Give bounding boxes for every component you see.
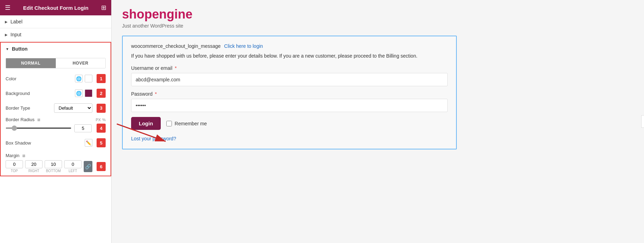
label-section[interactable]: ▶ Label — [0, 15, 111, 28]
margin-row: Margin 🖥 TOP RIGHT BOTTOM — [1, 150, 111, 176]
password-label: Password * — [131, 91, 448, 97]
monitor-icon: 🖥 — [37, 118, 40, 122]
button-section-label: Button — [12, 46, 28, 52]
label-section-label: Label — [10, 19, 22, 24]
pencil-icon[interactable]: ✏️ — [85, 139, 92, 147]
margin-inputs: TOP RIGHT BOTTOM LEFT 🔗 6 — [6, 160, 106, 173]
globe-icon-bg[interactable]: 🌐 — [75, 89, 83, 97]
border-radius-label: Border Radius 🖥 — [6, 117, 40, 122]
login-description: If you have shopped with us before, plea… — [131, 52, 448, 60]
unit-px[interactable]: PX — [96, 118, 101, 122]
button-section-header[interactable]: ▼ Button — [1, 43, 111, 55]
grid-icon[interactable]: ⊞ — [101, 4, 106, 12]
site-title: shopengine — [122, 7, 634, 22]
chevron-right-icon: ▶ — [5, 20, 8, 24]
remember-label: Remember me — [175, 121, 207, 126]
margin-label-row: Margin 🖥 — [6, 153, 106, 158]
step-badge-3: 3 — [97, 104, 106, 113]
login-message-text: woocommerce_checkout_login_message — [131, 43, 221, 49]
globe-icon-color[interactable]: 🌐 — [75, 75, 83, 82]
margin-left-input[interactable] — [64, 160, 82, 168]
right-panel: ‹ shopengine Just another WordPress site… — [112, 0, 644, 243]
margin-top-label: TOP — [11, 169, 18, 173]
margin-monitor-icon: 🖥 — [22, 154, 25, 158]
box-shadow-right: ✏️ 5 — [85, 138, 106, 147]
margin-top-field: TOP — [6, 160, 23, 173]
border-type-right: Default Solid Dashed Dotted 3 — [54, 103, 106, 113]
background-color-swatch[interactable] — [85, 89, 92, 97]
border-radius-row: Border Radius 🖥 PX % 4 — [1, 116, 111, 135]
margin-left-label: LEFT — [69, 169, 77, 173]
hamburger-icon[interactable]: ☰ — [5, 4, 10, 12]
left-panel: ☰ Edit Checkout Form Login ⊞ ▶ Label ▶ I… — [0, 0, 112, 243]
step-badge-5: 5 — [97, 138, 106, 147]
color-swatch-empty[interactable] — [85, 75, 92, 82]
chevron-right-icon-2: ▶ — [5, 33, 8, 37]
panel-content: ▶ Label ▶ Input ▼ Button NORMAL HOVER Co… — [0, 15, 111, 243]
margin-left-field: LEFT — [64, 160, 82, 173]
lost-password-link[interactable]: Lost your password? — [131, 136, 176, 141]
margin-label: Margin — [6, 153, 20, 158]
background-right: 🌐 2 — [75, 89, 106, 98]
style-tab-row: NORMAL HOVER — [6, 58, 106, 68]
margin-top-input[interactable] — [6, 160, 23, 168]
slider-input-row: 4 — [6, 124, 106, 133]
link-button[interactable]: 🔗 — [84, 161, 92, 172]
input-section[interactable]: ▶ Input — [0, 28, 111, 41]
margin-right-label: RIGHT — [28, 169, 39, 173]
remember-group: Remember me — [166, 121, 207, 126]
step-badge-6: 6 — [97, 162, 106, 171]
login-button[interactable]: Login — [131, 117, 161, 130]
panel-title: Edit Checkout Form Login — [23, 5, 89, 11]
box-shadow-label: Box Shadow — [6, 140, 85, 146]
password-required-star: * — [155, 91, 157, 97]
password-group: Password * — [131, 91, 448, 112]
border-radius-header: Border Radius 🖥 PX % — [6, 117, 106, 122]
step-badge-4: 4 — [97, 124, 106, 133]
unit-controls: PX % — [96, 118, 106, 122]
step-badge-1: 1 — [97, 74, 106, 83]
button-section: ▼ Button NORMAL HOVER Color 🌐 1 Backgrou… — [0, 42, 111, 176]
step-badge-2: 2 — [97, 89, 106, 98]
background-control-row: Background 🌐 2 — [1, 86, 111, 101]
margin-right-input[interactable] — [25, 160, 43, 168]
tab-normal[interactable]: NORMAL — [6, 58, 56, 68]
border-type-label: Border Type — [6, 105, 54, 111]
input-section-label: Input — [10, 32, 21, 37]
login-message-row: woocommerce_checkout_login_message Click… — [131, 43, 448, 49]
background-label: Background — [6, 91, 75, 96]
color-label: Color — [6, 76, 75, 81]
username-group: Username or email * — [131, 65, 448, 86]
click-here-login-link[interactable]: Click here to login — [224, 43, 263, 49]
tab-hover[interactable]: HOVER — [56, 58, 106, 68]
login-actions: Login Remember me — [131, 117, 448, 130]
border-radius-slider[interactable] — [6, 127, 71, 129]
border-type-select[interactable]: Default Solid Dashed Dotted — [54, 103, 92, 113]
chevron-down-icon: ▼ — [6, 47, 9, 51]
username-required-star: * — [175, 65, 176, 71]
color-control-row: Color 🌐 1 — [1, 71, 111, 86]
margin-bottom-label: BOTTOM — [46, 169, 61, 173]
border-radius-input[interactable] — [74, 124, 92, 132]
login-box: woocommerce_checkout_login_message Click… — [122, 36, 457, 149]
box-shadow-control-row: Box Shadow ✏️ 5 — [1, 135, 111, 150]
margin-bottom-input[interactable] — [45, 160, 62, 168]
margin-bottom-field: BOTTOM — [45, 160, 62, 173]
margin-right-field: RIGHT — [25, 160, 43, 173]
username-label: Username or email * — [131, 65, 448, 71]
collapse-panel-button[interactable]: ‹ — [641, 115, 644, 128]
password-input[interactable] — [131, 99, 448, 112]
color-right: 🌐 1 — [75, 74, 106, 83]
unit-percent[interactable]: % — [102, 118, 106, 122]
border-type-control-row: Border Type Default Solid Dashed Dotted … — [1, 101, 111, 116]
username-input[interactable] — [131, 73, 448, 86]
remember-checkbox[interactable] — [166, 121, 172, 126]
panel-header: ☰ Edit Checkout Form Login ⊞ — [0, 0, 111, 15]
site-subtitle: Just another WordPress site — [122, 23, 634, 29]
